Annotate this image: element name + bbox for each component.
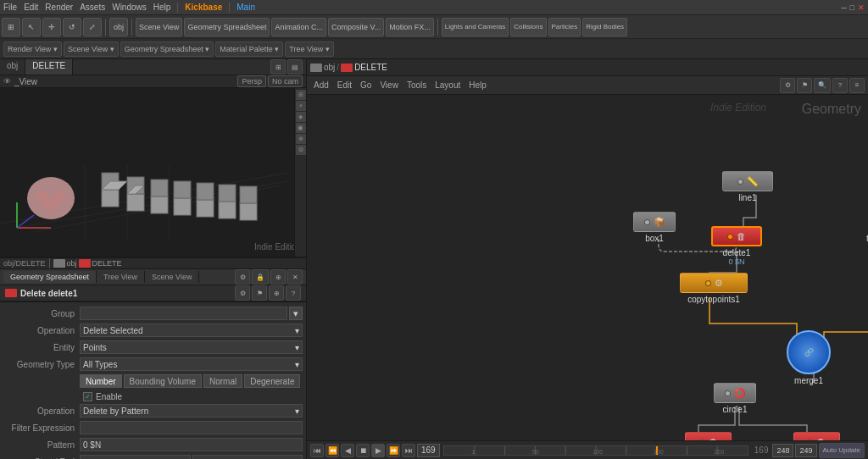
- render-view-btn[interactable]: Render View ▾: [3, 41, 62, 57]
- strip-btn-5[interactable]: ⊕: [296, 134, 306, 144]
- strip-btn-3[interactable]: ◈: [296, 112, 306, 122]
- animation-btn[interactable]: Animation C...: [271, 18, 326, 36]
- rotate-btn[interactable]: ↺: [63, 18, 81, 36]
- entity-select[interactable]: Points▾: [80, 340, 303, 354]
- tl-track[interactable]: 1 50 100 150 200: [443, 445, 748, 456]
- props-tab-tree[interactable]: Tree View: [97, 271, 145, 283]
- menu-file[interactable]: File: [3, 3, 17, 12]
- node-settings-btn[interactable]: ⚙: [235, 285, 250, 301]
- obj-btn[interactable]: obj: [109, 18, 128, 36]
- geotype-select[interactable]: All Types▾: [80, 357, 303, 371]
- props-lock-btn[interactable]: 🔒: [252, 269, 269, 285]
- nt-add[interactable]: Add: [310, 78, 332, 93]
- menu-assets[interactable]: Assets: [80, 3, 105, 12]
- tab-delete[interactable]: DELETE: [25, 59, 73, 75]
- select-btn[interactable]: ↖: [22, 18, 41, 36]
- nt-view[interactable]: View: [376, 78, 402, 93]
- vp-persp[interactable]: Persp: [237, 75, 266, 87]
- composite-btn[interactable]: Composite V...: [328, 18, 384, 36]
- scale-btn[interactable]: ⤢: [83, 18, 102, 36]
- start-input[interactable]: [80, 455, 191, 459]
- tree-view-btn[interactable]: Tree View ▾: [285, 41, 334, 57]
- scene-view2-btn[interactable]: Scene View ▾: [64, 41, 119, 57]
- close-btn[interactable]: ✕: [858, 3, 865, 12]
- tab-degenerate[interactable]: Degenerate: [244, 374, 300, 388]
- end-input[interactable]: [192, 455, 303, 459]
- scene-view-btn[interactable]: Scene View: [136, 18, 182, 36]
- collisions-btn[interactable]: Collisions: [510, 18, 546, 36]
- tab-bounding[interactable]: Bounding Volume: [124, 374, 202, 388]
- operation2-select[interactable]: Delete by Pattern▾: [80, 404, 303, 418]
- node-line1[interactable]: 📏 line1: [722, 171, 773, 202]
- nt-edit[interactable]: Edit: [334, 78, 355, 93]
- lights-cam-btn[interactable]: Lights and Cameras: [442, 18, 509, 36]
- props-close-btn[interactable]: ✕: [287, 269, 303, 285]
- ng-menu-btn[interactable]: ≡: [849, 78, 865, 93]
- node-canvas[interactable]: Indie Edition Geometry: [307, 95, 868, 440]
- node-box-merge1[interactable]: 🔗: [787, 330, 831, 374]
- props-settings-btn[interactable]: ⚙: [235, 269, 250, 285]
- translate-btn[interactable]: ✛: [42, 18, 61, 36]
- ng-zoom-btn[interactable]: 🔍: [814, 78, 831, 93]
- node-help-btn[interactable]: ?: [286, 285, 301, 301]
- tl-next-btn[interactable]: ⏩: [387, 444, 400, 457]
- nt-help[interactable]: Help: [465, 78, 490, 93]
- motionfx-btn[interactable]: Motion FX...: [386, 18, 434, 36]
- node-zoom-btn[interactable]: ⊕: [269, 285, 284, 301]
- strip-btn-4[interactable]: ▣: [296, 123, 306, 133]
- nt-go[interactable]: Go: [357, 78, 375, 93]
- strip-btn-6[interactable]: ⚙: [296, 145, 306, 155]
- material-palette-btn[interactable]: Material Palette ▾: [215, 41, 283, 57]
- ng-settings-btn[interactable]: ⚙: [780, 78, 795, 93]
- particles-btn[interactable]: Particles: [548, 18, 581, 36]
- group-input[interactable]: [80, 307, 287, 320]
- tab-normal[interactable]: Normal: [203, 374, 242, 388]
- detach-btn[interactable]: ⊞: [270, 59, 286, 75]
- nt-layout[interactable]: Layout: [431, 78, 464, 93]
- node-delete1[interactable]: 🗑 delete1 0 $N: [711, 226, 762, 266]
- ng-help-btn[interactable]: ?: [832, 78, 848, 93]
- tl-stop-btn[interactable]: ⏹: [356, 444, 370, 457]
- tl-play-back-btn[interactable]: ◀: [341, 444, 354, 457]
- ng-flag-btn[interactable]: ⚑: [797, 78, 812, 93]
- group-menu-btn[interactable]: ▾: [289, 307, 303, 320]
- tl-beginning-btn[interactable]: ⏮: [310, 444, 324, 457]
- viewport-3d[interactable]: Indie Edition ⊞ ⌖ ◈ ▣ ⊕ ⚙: [0, 88, 306, 257]
- tab-number[interactable]: Number: [80, 374, 122, 388]
- snap-btn[interactable]: ⊞: [2, 18, 20, 36]
- menu-edit[interactable]: Edit: [24, 3, 38, 12]
- pattern-input[interactable]: 0 $N: [80, 438, 303, 451]
- split-btn[interactable]: ▤: [287, 59, 303, 75]
- menu-help[interactable]: Help: [153, 3, 171, 12]
- tl-end-btn[interactable]: ⏭: [402, 444, 415, 457]
- node-circle1[interactable]: ⭕ circle1: [714, 383, 756, 414]
- maximize-btn[interactable]: □: [850, 3, 854, 12]
- tl-auto-update-btn[interactable]: Auto Update: [819, 443, 865, 458]
- geo-spreadsheet-btn[interactable]: Geometry Spreadsheet: [184, 18, 270, 36]
- filter-expr-input[interactable]: [80, 421, 303, 434]
- node-delete4[interactable]: 🗑 delete4 @primnum%2==0: [786, 432, 848, 440]
- node-flag-btn[interactable]: ⚑: [252, 285, 267, 301]
- tl-prev-btn[interactable]: ⏪: [326, 444, 339, 457]
- node-delete3[interactable]: 🗑 delete3 Delete by Range: [680, 432, 737, 440]
- tl-play-btn[interactable]: ▶: [371, 444, 385, 457]
- node-merge1[interactable]: 🔗 merge1: [787, 330, 831, 385]
- props-tab-geo[interactable]: Geometry Spreadsheet: [3, 271, 97, 283]
- props-zoom-btn[interactable]: ⊕: [270, 269, 286, 285]
- operation-select[interactable]: Delete Selected▾: [80, 324, 303, 337]
- geo-spreadsheet2-btn[interactable]: Geometry Spreadsheet ▾: [120, 41, 214, 57]
- enable-checkbox[interactable]: ✓: [83, 392, 92, 401]
- vp-nocam[interactable]: No cam: [268, 75, 303, 87]
- menu-windows[interactable]: Windows: [112, 3, 147, 12]
- nt-tools[interactable]: Tools: [403, 78, 430, 93]
- minimize-btn[interactable]: ─: [841, 3, 846, 12]
- tl-frame-input[interactable]: 169: [417, 444, 440, 457]
- node-box1[interactable]: 📦 box1: [633, 212, 676, 243]
- strip-btn-2[interactable]: ⌖: [296, 101, 306, 111]
- node-copytopoints1[interactable]: ⚙ copytopoints1: [680, 273, 748, 304]
- strip-btn-1[interactable]: ⊞: [296, 90, 306, 100]
- tab-obj[interactable]: obj: [0, 59, 25, 75]
- menu-render[interactable]: Render: [45, 3, 73, 12]
- props-tab-scene[interactable]: Scene View: [145, 271, 199, 283]
- rigidbodies-btn[interactable]: Rigid Bodies: [582, 18, 627, 36]
